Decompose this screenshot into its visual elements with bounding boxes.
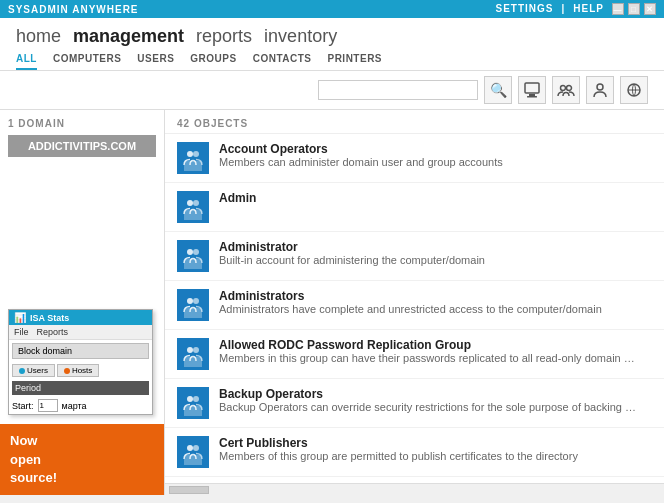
svg-point-4 <box>567 86 572 91</box>
group-icon <box>177 387 209 419</box>
svg-point-14 <box>187 298 193 304</box>
svg-point-21 <box>193 445 199 451</box>
mini-start-label: Start: <box>12 401 34 411</box>
svg-point-17 <box>193 347 199 353</box>
object-name: Admin <box>219 191 652 205</box>
minimize-button[interactable]: — <box>612 3 624 15</box>
svg-rect-2 <box>527 96 537 98</box>
object-name: Account Operators <box>219 142 652 156</box>
group-icon <box>177 240 209 272</box>
mini-block-button[interactable]: Block domain <box>12 343 149 359</box>
search-icon[interactable]: 🔍 <box>484 76 512 104</box>
app-name: SYSADMIN ANYWHERE <box>8 4 139 15</box>
subnav-all[interactable]: ALL <box>16 53 37 70</box>
svg-point-15 <box>193 298 199 304</box>
scrollbar-thumb[interactable] <box>169 486 209 494</box>
object-desc: Members in this group can have their pas… <box>219 352 639 364</box>
right-panel: 42 OBJECTS Account Operators Members can… <box>165 110 664 495</box>
group-icon[interactable] <box>552 76 580 104</box>
mini-start-input[interactable] <box>38 399 58 412</box>
mini-hosts-tab[interactable]: Hosts <box>57 364 99 377</box>
svg-rect-0 <box>525 83 539 93</box>
user-icon[interactable] <box>586 76 614 104</box>
computer-icon[interactable] <box>518 76 546 104</box>
object-info: Administrators Administrators have compl… <box>219 289 652 315</box>
object-desc: Members of this group are permitted to p… <box>219 450 639 462</box>
object-info: Allowed RODC Password Replication Group … <box>219 338 652 364</box>
svg-point-3 <box>561 86 566 91</box>
title-bar: SYSADMIN ANYWHERE SETTINGS | HELP — □ ✕ <box>0 0 664 18</box>
close-button[interactable]: ✕ <box>644 3 656 15</box>
list-item[interactable]: Cert Publishers Members of this group ar… <box>165 428 664 477</box>
object-desc: Members can administer domain user and g… <box>219 156 639 168</box>
globe-icon[interactable] <box>620 76 648 104</box>
subnav-printers[interactable]: PRINTERS <box>327 53 382 70</box>
svg-point-13 <box>193 249 199 255</box>
group-icon <box>177 191 209 223</box>
object-info: Account Operators Members can administer… <box>219 142 652 168</box>
svg-point-19 <box>193 396 199 402</box>
sidebar: 1 DOMAIN ADDICTIVITIPS.COM 📊 ISA Stats F… <box>0 110 165 495</box>
svg-point-5 <box>597 84 603 90</box>
horizontal-scrollbar[interactable] <box>165 483 664 495</box>
subnav-contacts[interactable]: CONTACTS <box>253 53 312 70</box>
object-name: Administrator <box>219 240 652 254</box>
mini-users-tab[interactable]: Users <box>12 364 55 377</box>
subnav-users[interactable]: USERS <box>137 53 174 70</box>
svg-point-10 <box>187 200 193 206</box>
svg-point-8 <box>187 151 193 157</box>
list-item[interactable]: Administrators Administrators have compl… <box>165 281 664 330</box>
list-item[interactable]: Account Operators Members can administer… <box>165 134 664 183</box>
nav-inventory[interactable]: inventory <box>264 24 337 49</box>
subnav-computers[interactable]: COMPUTERS <box>53 53 121 70</box>
promo-box: Now open source! <box>0 424 164 495</box>
search-input[interactable] <box>318 80 478 100</box>
svg-point-16 <box>187 347 193 353</box>
nav-management[interactable]: management <box>73 24 184 49</box>
object-name: Administrators <box>219 289 652 303</box>
objects-header: 42 OBJECTS <box>165 110 664 134</box>
list-item[interactable]: Backup Operators Backup Operators can ov… <box>165 379 664 428</box>
list-item[interactable]: Allowed RODC Password Replication Group … <box>165 330 664 379</box>
object-name: Backup Operators <box>219 387 652 401</box>
object-desc: Built-in account for administering the c… <box>219 254 639 266</box>
group-icon <box>177 338 209 370</box>
mini-window: 📊 ISA Stats File Reports Block domain Us… <box>8 309 153 415</box>
object-desc: Administrators have complete and unrestr… <box>219 303 639 315</box>
object-name: Allowed RODC Password Replication Group <box>219 338 652 352</box>
nav-reports[interactable]: reports <box>196 24 252 49</box>
mini-window-title: 📊 ISA Stats <box>9 310 152 325</box>
svg-rect-1 <box>529 94 535 96</box>
nav-home[interactable]: home <box>16 24 61 49</box>
main-nav: home management reports inventory ALL CO… <box>0 18 664 71</box>
object-info: Administrator Built-in account for admin… <box>219 240 652 266</box>
mini-reports-menu[interactable]: Reports <box>37 327 69 337</box>
domain-header: 1 DOMAIN <box>8 118 156 129</box>
object-list: Account Operators Members can administer… <box>165 134 664 483</box>
svg-point-18 <box>187 396 193 402</box>
mini-start-unit: марта <box>62 401 87 411</box>
svg-point-9 <box>193 151 199 157</box>
help-link[interactable]: HELP <box>573 3 604 15</box>
svg-point-20 <box>187 445 193 451</box>
object-info: Cert Publishers Members of this group ar… <box>219 436 652 462</box>
svg-point-11 <box>193 200 199 206</box>
object-name: Cert Publishers <box>219 436 652 450</box>
group-icon <box>177 289 209 321</box>
object-desc: Backup Operators can override security r… <box>219 401 639 413</box>
mini-period-label: Period <box>12 381 149 395</box>
group-icon <box>177 142 209 174</box>
mini-file-menu[interactable]: File <box>14 327 29 337</box>
content-area: 1 DOMAIN ADDICTIVITIPS.COM 📊 ISA Stats F… <box>0 110 664 495</box>
object-info: Admin <box>219 191 652 205</box>
settings-link[interactable]: SETTINGS <box>496 3 554 15</box>
list-item[interactable]: Admin <box>165 183 664 232</box>
list-item[interactable]: Administrator Built-in account for admin… <box>165 232 664 281</box>
svg-point-12 <box>187 249 193 255</box>
domain-button[interactable]: ADDICTIVITIPS.COM <box>8 135 156 157</box>
toolbar: 🔍 <box>0 71 664 110</box>
group-icon <box>177 436 209 468</box>
restore-button[interactable]: □ <box>628 3 640 15</box>
object-info: Backup Operators Backup Operators can ov… <box>219 387 652 413</box>
subnav-groups[interactable]: GROUPS <box>190 53 236 70</box>
